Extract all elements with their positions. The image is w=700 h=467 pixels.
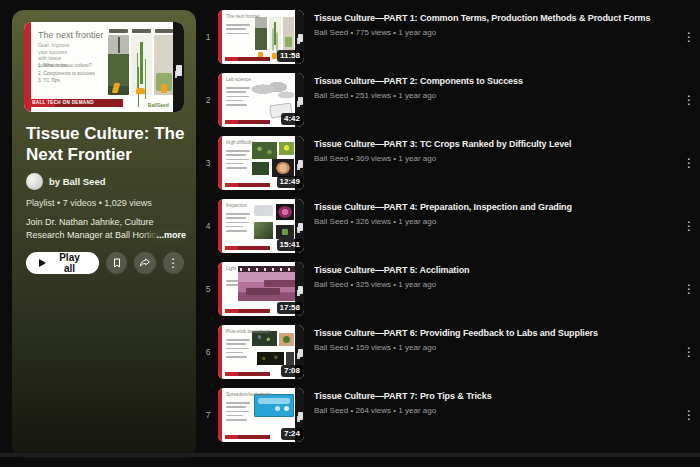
climber-icon — [298, 349, 303, 357]
video-thumbnail[interactable]: High difficulty 12:49 — [218, 136, 304, 190]
climber-icon — [298, 286, 303, 294]
video-menu-button[interactable]: ⋮ — [680, 408, 698, 422]
duration-badge: 11:58 — [277, 50, 303, 62]
duration-badge: 17:58 — [277, 302, 303, 314]
video-menu-button[interactable]: ⋮ — [680, 93, 698, 107]
video-menu-button[interactable]: ⋮ — [680, 345, 698, 359]
slide-text-lines — [226, 339, 252, 360]
video-index: 3 — [198, 136, 218, 190]
slide-red-bar — [218, 199, 222, 253]
slide-red-bar — [218, 136, 222, 190]
video-meta: Ball Seed • 325 views • 1 year ago — [314, 280, 674, 289]
playlist-title: Tissue Culture: The Next Frontier — [26, 123, 190, 165]
slide-bullet: 2. Components to success — [38, 70, 98, 78]
slide-red-bar — [24, 22, 31, 112]
bookmark-icon — [111, 257, 123, 269]
ball-brand-bar — [225, 57, 270, 61]
video-list-item[interactable]: 4 Inspection 15:41 Tissue Culture—PART 4… — [198, 199, 698, 253]
video-title[interactable]: Tissue Culture—PART 3: TC Crops Ranked b… — [314, 139, 674, 149]
video-meta: Ball Seed • 264 views • 1 year ago — [314, 406, 674, 415]
duration-badge: 15:41 — [277, 239, 303, 251]
video-meta: Ball Seed • 369 views • 1 year ago — [314, 154, 674, 163]
thumbnail-edge-strip — [173, 22, 184, 112]
slide-photo — [279, 142, 294, 155]
slide-photo — [269, 17, 281, 50]
video-info: Tissue Culture—PART 4: Preparation, Insp… — [304, 199, 680, 226]
slide-text-lines — [226, 402, 252, 423]
video-list-item[interactable]: 7 Spreaders/surfactants 7:24 Tissue Cult… — [198, 388, 698, 442]
slide-title: Inspection — [226, 203, 247, 208]
video-list-item[interactable]: 2 Lab science 4:42 Tissue Culture—PART 2… — [198, 73, 698, 127]
slide-photo — [254, 222, 273, 239]
slide-photo — [286, 352, 294, 365]
more-button[interactable]: ...more — [140, 229, 186, 242]
slide-photo — [254, 205, 273, 216]
save-playlist-button[interactable] — [106, 252, 127, 274]
slide-photo — [252, 142, 277, 159]
slide-bullets: 1. What is tissue culture? 2. Components… — [38, 62, 98, 85]
bottom-scrollbar[interactable] — [0, 453, 700, 457]
slide-photo — [255, 17, 267, 50]
slide-title: The next frontier — [226, 14, 260, 19]
video-title[interactable]: Tissue Culture—PART 1: Common Terms, Pro… — [314, 13, 674, 23]
play-all-button[interactable]: Play all — [26, 252, 99, 274]
video-list-item[interactable]: 5 Light 17:58 Tissue Culture—PART 5: Acc… — [198, 262, 698, 316]
video-list-item[interactable]: 1 The next frontier 11:58 Tissue Culture… — [198, 10, 698, 64]
climber-icon — [298, 412, 303, 420]
playlist-meta: Playlist • 7 videos • 1,029 views — [26, 198, 184, 208]
duration-badge: 4:42 — [281, 113, 303, 125]
video-menu-button[interactable]: ⋮ — [680, 282, 698, 296]
video-thumbnail[interactable]: Lab science 4:42 — [218, 73, 304, 127]
video-info: Tissue Culture—PART 6: Providing Feedbac… — [304, 325, 680, 352]
video-info: Tissue Culture—PART 7: Pro Tips & Tricks… — [304, 388, 680, 415]
orange-figure-icon — [161, 84, 167, 93]
video-thumbnail[interactable]: Light 17:58 — [218, 262, 304, 316]
duration-badge: 7:08 — [281, 365, 303, 377]
slide-red-bar — [218, 73, 222, 127]
share-button[interactable] — [134, 252, 155, 274]
video-title[interactable]: Tissue Culture—PART 2: Components to Suc… — [314, 76, 674, 86]
slide-photo — [283, 17, 294, 50]
climber-icon — [298, 97, 303, 105]
video-index: 6 — [198, 325, 218, 379]
video-list-item[interactable]: 3 High difficulty 12:49 Tissue Culture—P… — [198, 136, 698, 190]
ball-brand-bar — [225, 435, 270, 439]
video-title[interactable]: Tissue Culture—PART 4: Preparation, Insp… — [314, 202, 674, 212]
slide-photo — [254, 394, 294, 417]
video-menu-button[interactable]: ⋮ — [680, 219, 698, 233]
ball-brand-text: BALL TECH ON DEMAND — [31, 101, 84, 106]
ball-brand-bar — [225, 372, 270, 376]
playlist-menu-button[interactable]: ⋮ — [163, 252, 184, 274]
video-title[interactable]: Tissue Culture—PART 6: Providing Feedbac… — [314, 328, 674, 338]
video-thumbnail[interactable]: The next frontier 11:58 — [218, 10, 304, 64]
channel-byline-row: by Ball Seed — [26, 173, 184, 190]
video-thumbnail[interactable]: Post-stick breakdown 7:08 — [218, 325, 304, 379]
climber-icon — [298, 223, 303, 231]
play-icon — [39, 259, 46, 267]
slide-photo — [276, 204, 294, 220]
slide-photo — [251, 80, 294, 102]
video-info: Tissue Culture—PART 1: Common Terms, Pro… — [304, 10, 680, 37]
playlist-page: The next frontier Goal: Improve your suc… — [0, 0, 700, 467]
video-thumbnail[interactable]: Inspection 15:41 — [218, 199, 304, 253]
playlist-thumbnail[interactable]: The next frontier Goal: Improve your suc… — [24, 22, 184, 112]
slide-title: Post-stick breakdown — [226, 329, 270, 334]
ball-brand-bar — [225, 183, 270, 187]
video-info: Tissue Culture—PART 3: TC Crops Ranked b… — [304, 136, 680, 163]
video-thumbnail[interactable]: Spreaders/surfactants 7:24 — [218, 388, 304, 442]
video-menu-button[interactable]: ⋮ — [680, 30, 698, 44]
channel-byline[interactable]: by Ball Seed — [49, 176, 106, 187]
slide-bullet: 3. TC Tips — [38, 77, 98, 85]
ball-brand-bar — [225, 120, 270, 124]
video-menu-button[interactable]: ⋮ — [680, 156, 698, 170]
channel-avatar[interactable] — [26, 173, 43, 190]
video-info: Tissue Culture—PART 2: Components to Suc… — [304, 73, 680, 100]
slide-photo — [272, 159, 294, 177]
video-title[interactable]: Tissue Culture—PART 5: Acclimation — [314, 265, 674, 275]
slide-red-bar — [218, 10, 222, 64]
climber-icon — [298, 34, 303, 42]
video-list-item[interactable]: 6 Post-stick breakdown 7:08 Tissue Cultu… — [198, 325, 698, 379]
video-index: 1 — [198, 10, 218, 64]
video-title[interactable]: Tissue Culture—PART 7: Pro Tips & Tricks — [314, 391, 674, 401]
slide-photo — [238, 266, 295, 301]
